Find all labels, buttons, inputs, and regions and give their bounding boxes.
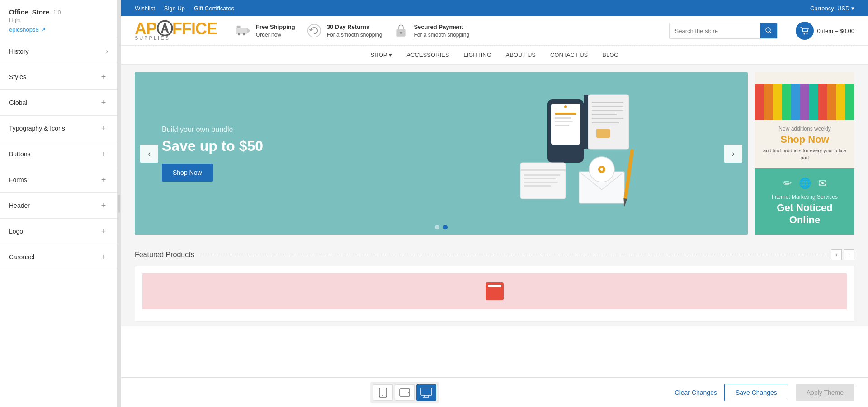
- carousel-dot-2[interactable]: [443, 225, 448, 229]
- pencil-icon: ✏: [783, 178, 792, 189]
- store-nav: SHOP ▾ ACCESSORIES LIGHTING ABOUT US CON…: [121, 46, 868, 65]
- featured-divider: [200, 255, 826, 255]
- svg-rect-50: [845, 84, 854, 120]
- carousel-prev-button[interactable]: ‹: [140, 145, 158, 163]
- plus-icon: +: [99, 72, 108, 81]
- main-area: Wishlist Sign Up Gift Certificates Curre…: [121, 0, 868, 407]
- svg-rect-42: [773, 84, 782, 120]
- nav-blog[interactable]: BLOG: [602, 51, 618, 58]
- svg-rect-29: [520, 169, 566, 171]
- nav-lighting[interactable]: LIGHTING: [463, 51, 491, 58]
- svg-rect-14: [555, 113, 576, 115]
- svg-rect-13: [551, 104, 580, 145]
- plus-icon: +: [99, 201, 108, 210]
- topbar-gift[interactable]: Gift Certificates: [194, 5, 234, 12]
- topbar-signup[interactable]: Sign Up: [164, 5, 185, 12]
- device-tablet-landscape-button[interactable]: [395, 384, 415, 401]
- banner-bottom-title: Get Noticed Online: [762, 202, 847, 226]
- sidebar-item-buttons[interactable]: Buttons +: [0, 141, 117, 167]
- app-version: 1.0: [53, 9, 61, 16]
- nav-accessories[interactable]: ACCESSORIES: [406, 51, 449, 58]
- store-cart[interactable]: 0 item – $0.00: [796, 22, 854, 40]
- svg-rect-45: [800, 84, 809, 120]
- clear-changes-button[interactable]: Clear Changes: [675, 389, 717, 396]
- sidebar: Office_Store 1.0 Light epicshops8 ↗ Hist…: [0, 0, 118, 407]
- sidebar-header: Office_Store 1.0 Light epicshops8 ↗: [0, 0, 117, 39]
- banner-top-desc: and find products for every your office …: [762, 147, 847, 161]
- topbar-wishlist[interactable]: Wishlist: [135, 5, 155, 12]
- sidebar-item-styles[interactable]: Styles +: [0, 64, 117, 90]
- banner-icons: ✏ 🌐 ✉: [762, 178, 847, 189]
- carousel-next-button[interactable]: ›: [724, 145, 742, 163]
- plus-icon: +: [99, 98, 108, 107]
- store-logo: APⒶFFICE SUPPLIES: [135, 21, 217, 41]
- carousel-image: [410, 72, 748, 235]
- carousel-dot-1[interactable]: [435, 225, 439, 229]
- svg-rect-49: [836, 84, 845, 120]
- svg-point-5: [307, 24, 320, 37]
- sidebar-item-carousel[interactable]: Carousel +: [0, 244, 117, 270]
- topbar-currency[interactable]: Currency: USD ▾: [810, 5, 854, 12]
- app-link[interactable]: epicshops8 ↗: [9, 26, 46, 33]
- sidebar-item-header[interactable]: Header +: [0, 193, 117, 219]
- sidebar-item-logo[interactable]: Logo +: [0, 219, 117, 244]
- svg-rect-28: [520, 163, 566, 199]
- apply-theme-button[interactable]: Apply Theme: [796, 384, 854, 401]
- carousel-subtitle: Build your own bundle: [162, 126, 263, 134]
- plus-icon: +: [99, 150, 108, 159]
- cart-text: 0 item – $0.00: [817, 28, 854, 34]
- svg-rect-46: [809, 84, 818, 120]
- banner-top-title[interactable]: Shop Now: [762, 134, 847, 145]
- product-thumb-1: [142, 273, 847, 309]
- store-search: [669, 23, 778, 39]
- payment-icon: [393, 23, 409, 39]
- plus-icon: +: [99, 124, 108, 133]
- nav-about[interactable]: ABOUT US: [506, 51, 536, 58]
- sidebar-item-global[interactable]: Global +: [0, 90, 117, 116]
- nav-contact[interactable]: CONTACT US: [550, 51, 588, 58]
- svg-rect-44: [791, 84, 800, 120]
- nav-shop[interactable]: SHOP ▾: [371, 51, 392, 58]
- search-input[interactable]: [670, 24, 760, 38]
- content-row: Build your own bundle Save up to $50 Sho…: [135, 72, 854, 235]
- svg-point-39: [600, 168, 603, 171]
- svg-rect-17: [555, 125, 569, 126]
- svg-line-9: [770, 32, 771, 33]
- svg-rect-33: [524, 185, 551, 187]
- banner-bottom: ✏ 🌐 ✉ Internet Marketing Services Get No…: [755, 168, 854, 235]
- carousel-shop-now-button[interactable]: Shop Now: [162, 164, 213, 182]
- globe-icon: 🌐: [799, 178, 811, 189]
- featured-prev-button[interactable]: ‹: [831, 249, 842, 260]
- svg-point-11: [806, 33, 807, 35]
- svg-rect-57: [421, 388, 432, 395]
- feature-payment-text: Secured Payment For a smooth shopping: [414, 23, 469, 39]
- svg-rect-20: [584, 95, 588, 149]
- search-button[interactable]: [760, 23, 777, 38]
- banner-top-subtitle: New additions weekly: [762, 126, 847, 132]
- sidebar-item-typography[interactable]: Typography & Icons +: [0, 116, 117, 141]
- svg-point-8: [766, 28, 770, 32]
- svg-rect-32: [524, 182, 558, 183]
- svg-rect-2: [237, 26, 241, 28]
- chevron-down-icon: ▾: [389, 51, 392, 58]
- banner-pencils-image: [755, 84, 854, 120]
- sidebar-item-forms[interactable]: Forms +: [0, 167, 117, 193]
- svg-rect-40: [755, 84, 764, 120]
- banner-top: New additions weekly Shop Now and find p…: [755, 72, 854, 168]
- svg-point-3: [238, 33, 240, 36]
- store-header: APⒶFFICE SUPPLIES: [121, 16, 868, 46]
- device-desktop-button[interactable]: [416, 384, 436, 401]
- device-buttons: [370, 382, 439, 403]
- featured-next-button[interactable]: ›: [844, 249, 854, 260]
- device-tablet-portrait-button[interactable]: [373, 384, 393, 401]
- svg-rect-0: [236, 28, 247, 34]
- carousel-text: Build your own bundle Save up to $50 Sho…: [162, 126, 263, 182]
- product-card-1[interactable]: [135, 266, 854, 322]
- svg-point-7: [400, 32, 402, 34]
- svg-rect-24: [592, 114, 617, 115]
- save-changes-button[interactable]: Save Changes: [724, 384, 788, 401]
- sidebar-item-history[interactable]: History ›: [0, 39, 117, 64]
- svg-marker-1: [247, 28, 250, 34]
- banner-bottom-subtitle: Internet Marketing Services: [762, 194, 847, 200]
- sidebar-resizer[interactable]: [118, 0, 121, 407]
